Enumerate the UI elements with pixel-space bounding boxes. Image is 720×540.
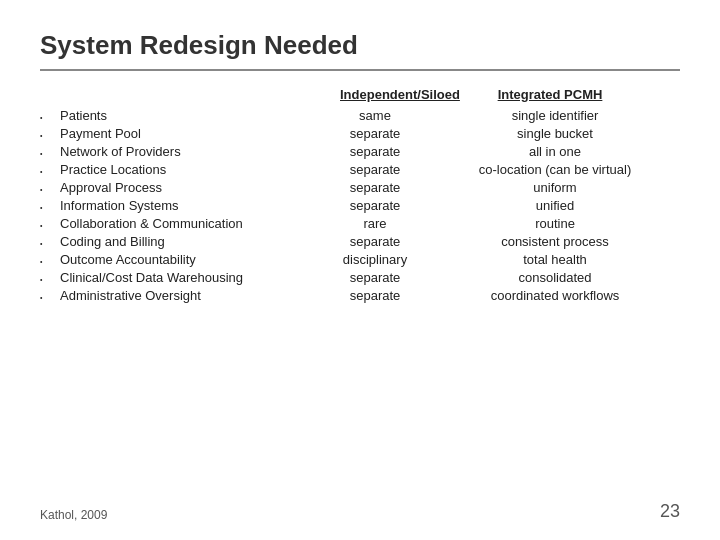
table-row: • Clinical/Cost Data Warehousing separat… [40,270,680,285]
row-independent: separate [320,162,430,177]
row-label: Coding and Billing [60,234,320,249]
row-label: Outcome Accountability [60,252,320,267]
row-independent: separate [320,126,430,141]
footer: Kathol, 2009 23 [40,501,680,522]
bullet-icon: • [40,237,60,247]
row-integrated: uniform [430,180,680,195]
header-item-col [60,87,340,102]
table-row: • Outcome Accountability disciplinary to… [40,252,680,267]
footer-page: 23 [660,501,680,522]
row-label: Network of Providers [60,144,320,159]
row-independent: separate [320,270,430,285]
table-row: • Coding and Billing separate consistent… [40,234,680,249]
row-integrated: unified [430,198,680,213]
row-integrated: coordinated workflows [430,288,680,303]
table-row: • Information Systems separate unified [40,198,680,213]
row-independent: separate [320,234,430,249]
table-row: • Payment Pool separate single bucket [40,126,680,141]
header-independent: Independent/Siloed [340,87,450,102]
bullet-icon: • [40,129,60,139]
table-row: • Network of Providers separate all in o… [40,144,680,159]
row-integrated: consistent process [430,234,680,249]
row-independent: rare [320,216,430,231]
bullet-icon: • [40,291,60,301]
header-integrated: Integrated PCMH [450,87,650,102]
table-body: • Patients same single identifier • Paym… [40,108,680,303]
bullet-icon: • [40,201,60,211]
row-label: Collaboration & Communication [60,216,320,231]
row-integrated: single identifier [430,108,680,123]
table-row: • Administrative Oversight separate coor… [40,288,680,303]
bullet-icon: • [40,147,60,157]
row-integrated: co-location (can be virtual) [430,162,680,177]
row-independent: disciplinary [320,252,430,267]
row-label: Approval Process [60,180,320,195]
bullet-icon: • [40,183,60,193]
row-label: Practice Locations [60,162,320,177]
bullet-icon: • [40,165,60,175]
row-label: Clinical/Cost Data Warehousing [60,270,320,285]
row-independent: separate [320,144,430,159]
row-independent: separate [320,180,430,195]
row-integrated: routine [430,216,680,231]
footer-source: Kathol, 2009 [40,508,107,522]
row-independent: separate [320,288,430,303]
bullet-icon: • [40,219,60,229]
slide-title: System Redesign Needed [40,30,680,71]
row-label: Payment Pool [60,126,320,141]
table-row: • Patients same single identifier [40,108,680,123]
row-integrated: total health [430,252,680,267]
table-row: • Approval Process separate uniform [40,180,680,195]
row-independent: separate [320,198,430,213]
slide-container: System Redesign Needed Independent/Siloe… [0,0,720,540]
bullet-icon: • [40,273,60,283]
table-row: • Collaboration & Communication rare rou… [40,216,680,231]
row-integrated: single bucket [430,126,680,141]
row-integrated: all in one [430,144,680,159]
row-label: Administrative Oversight [60,288,320,303]
bullet-icon: • [40,111,60,121]
table-header: Independent/Siloed Integrated PCMH [40,87,680,102]
row-label: Information Systems [60,198,320,213]
row-label: Patients [60,108,320,123]
bullet-icon: • [40,255,60,265]
row-integrated: consolidated [430,270,680,285]
row-independent: same [320,108,430,123]
table-row: • Practice Locations separate co-locatio… [40,162,680,177]
